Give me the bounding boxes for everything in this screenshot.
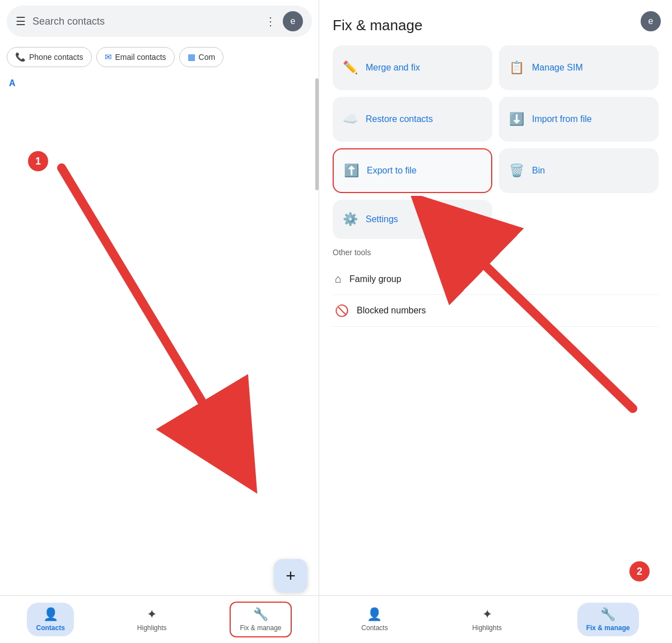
card-merge-label: Merge and fix	[366, 62, 420, 74]
tool-blocked-label: Blocked numbers	[357, 306, 426, 316]
tab-phone-label: Phone contacts	[29, 53, 83, 62]
nav-contacts[interactable]: 👤 Contacts	[27, 603, 73, 636]
card-sim[interactable]: 📋 Manage SIM	[499, 45, 659, 90]
right-nav-highlights-label: Highlights	[472, 624, 502, 632]
right-nav-fix[interactable]: 🔧 Fix & manage	[577, 603, 639, 636]
search-bar[interactable]: ☰ Search contacts ⋮ e	[7, 6, 312, 37]
bottom-nav-right: 👤 Contacts ✦ Highlights 🔧 Fix & manage	[319, 595, 672, 643]
card-import[interactable]: ⬇️ Import from file	[499, 97, 659, 142]
tool-family[interactable]: ⌂ Family group	[333, 264, 659, 295]
merge-icon: ✏️	[343, 60, 358, 75]
right-nav-contacts[interactable]: 👤 Contacts	[352, 603, 396, 636]
right-nav-highlights[interactable]: ✦ Highlights	[463, 603, 511, 636]
nav-contacts-label: Contacts	[36, 624, 64, 632]
filter-tabs: 📞 Phone contacts ✉ Email contacts ▦ Com	[0, 43, 319, 72]
export-icon: ⬆️	[344, 163, 359, 178]
card-import-label: Import from file	[532, 114, 592, 125]
left-panel: ☰ Search contacts ⋮ e 📞 Phone contacts ✉…	[0, 0, 319, 643]
tab-email[interactable]: ✉ Email contacts	[96, 47, 175, 67]
right-contacts-icon: 👤	[367, 607, 382, 622]
scrollbar[interactable]	[315, 78, 319, 190]
svg-line-1	[62, 168, 230, 448]
card-sim-label: Manage SIM	[532, 62, 583, 74]
tab-phone[interactable]: 📞 Phone contacts	[7, 47, 92, 67]
card-restore-label: Restore contacts	[366, 114, 433, 125]
phone-icon: 📞	[15, 52, 26, 62]
arrow-left-panel	[17, 146, 286, 537]
more-options-icon[interactable]: ⋮	[265, 15, 276, 28]
contacts-icon: 👤	[43, 607, 58, 622]
fab-add-button[interactable]: +	[274, 559, 307, 593]
card-merge[interactable]: ✏️ Merge and fix	[333, 45, 492, 90]
settings-icon: ⚙️	[343, 212, 358, 227]
fix-manage-icon: 🔧	[253, 607, 268, 622]
bin-icon: 🗑️	[509, 163, 524, 178]
nav-highlights[interactable]: ✦ Highlights	[128, 603, 176, 636]
import-icon: ⬇️	[509, 112, 524, 126]
blocked-icon: 🚫	[335, 304, 349, 317]
tab-com[interactable]: ▦ Com	[179, 47, 224, 67]
family-icon: ⌂	[335, 273, 342, 285]
nav-fix-label: Fix & manage	[240, 624, 281, 632]
annotation-2: 2	[629, 561, 650, 581]
card-settings[interactable]: ⚙️ Settings	[333, 200, 492, 239]
nav-highlights-label: Highlights	[137, 624, 167, 632]
right-nav-fix-label: Fix & manage	[586, 624, 630, 632]
tool-family-label: Family group	[349, 274, 401, 284]
bottom-nav-left: 👤 Contacts ✦ Highlights 🔧 Fix & manage	[0, 595, 319, 643]
email-icon: ✉	[105, 52, 112, 62]
card-export[interactable]: ⬆️ Export to file	[333, 148, 492, 193]
other-tools-heading: Other tools	[333, 248, 659, 257]
right-highlights-icon: ✦	[482, 607, 492, 622]
right-nav-contacts-label: Contacts	[361, 624, 388, 632]
alpha-section-a: A	[0, 72, 319, 92]
tab-com-label: Com	[199, 53, 216, 62]
manage-grid-row1: ✏️ Merge and fix 📋 Manage SIM	[333, 45, 659, 90]
avatar[interactable]: e	[283, 11, 303, 31]
right-avatar[interactable]: e	[641, 11, 661, 31]
menu-icon[interactable]: ☰	[16, 15, 26, 28]
card-export-label: Export to file	[367, 165, 417, 177]
nav-fix-manage[interactable]: 🔧 Fix & manage	[230, 602, 291, 637]
card-restore[interactable]: ☁️ Restore contacts	[333, 97, 492, 142]
manage-grid-row2: ☁️ Restore contacts ⬇️ Import from file	[333, 97, 659, 142]
right-fix-icon: 🔧	[600, 607, 615, 622]
right-panel: e Fix & manage ✏️ Merge and fix 📋 Manage…	[319, 0, 672, 643]
card-bin-label: Bin	[532, 165, 545, 177]
highlights-icon: ✦	[147, 607, 157, 622]
annotation-1: 1	[28, 151, 48, 171]
grid-icon: ▦	[188, 52, 195, 62]
card-bin[interactable]: 🗑️ Bin	[499, 148, 659, 193]
card-settings-label: Settings	[366, 214, 398, 226]
sim-icon: 📋	[509, 60, 524, 75]
tool-blocked[interactable]: 🚫 Blocked numbers	[333, 295, 659, 327]
restore-icon: ☁️	[343, 112, 358, 126]
manage-grid-row3: ⬆️ Export to file 🗑️ Bin	[333, 148, 659, 193]
search-input[interactable]: Search contacts	[32, 16, 258, 27]
tab-email-label: Email contacts	[115, 53, 166, 62]
page-title: Fix & manage	[333, 11, 659, 34]
